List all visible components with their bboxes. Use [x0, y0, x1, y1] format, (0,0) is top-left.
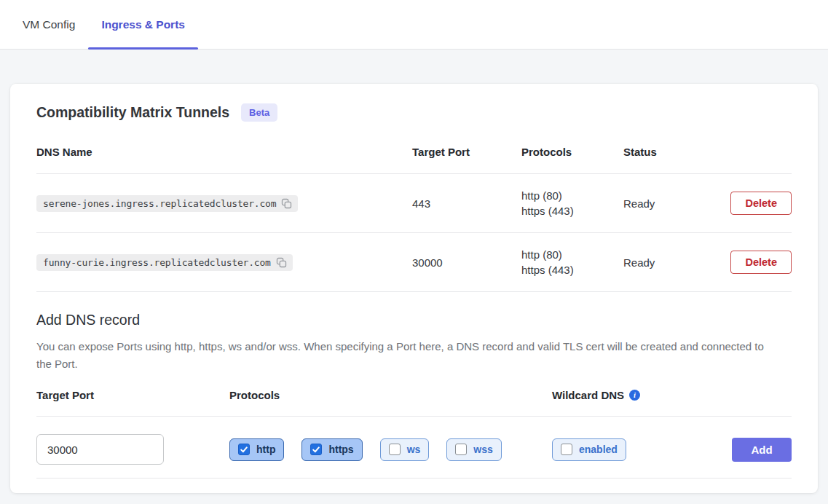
tunnel-table-body: serene-jones.ingress.replicatedcluster.c…	[36, 174, 792, 292]
target-port-input[interactable]	[36, 434, 164, 465]
checkbox-label: wss	[473, 444, 492, 455]
status-value: Ready	[623, 197, 725, 210]
checkbox-icon	[389, 444, 401, 455]
protocols-value: http (80)https (443)	[521, 188, 623, 218]
checkbox-label: https	[328, 444, 353, 455]
checkbox-icon	[310, 444, 322, 455]
table-row: serene-jones.ingress.replicatedcluster.c…	[36, 174, 792, 233]
protocol-checkbox-wss[interactable]: wss	[446, 438, 501, 461]
tab-vm-config[interactable]: VM Config	[9, 0, 88, 49]
status-value: Ready	[623, 256, 725, 269]
checkbox-label: enabled	[579, 444, 618, 455]
card-title: Compatibility Matrix Tunnels	[36, 104, 229, 121]
target-port-value: 443	[412, 197, 521, 210]
protocol-checkbox-ws[interactable]: ws	[380, 438, 430, 461]
info-icon[interactable]: i	[629, 390, 640, 401]
protocol-checkbox-http[interactable]: http	[229, 438, 284, 461]
protocols-value: http (80)https (443)	[521, 247, 623, 277]
add-header-wildcard-dns: Wildcard DNS	[552, 389, 624, 401]
dns-name: serene-jones.ingress.replicatedcluster.c…	[43, 198, 276, 209]
checkbox-label: http	[256, 444, 275, 455]
add-dns-title: Add DNS record	[36, 312, 792, 328]
dns-name-pill: funny-curie.ingress.replicatedcluster.co…	[36, 254, 293, 271]
copy-icon[interactable]	[276, 257, 287, 268]
main-content: Compatibility Matrix Tunnels Beta DNS Na…	[0, 50, 828, 504]
header-target-port: Target Port	[412, 146, 521, 158]
target-port-value: 30000	[412, 256, 521, 269]
add-form-row: http https ws wss	[36, 417, 792, 479]
delete-button[interactable]: Delete	[730, 251, 792, 274]
table-header: DNS Name Target Port Protocols Status	[36, 136, 792, 174]
tab-bar: VM Config Ingress & Ports	[0, 0, 828, 50]
protocol-options: http https ws wss	[229, 438, 552, 461]
add-form-header: Target Port Protocols Wildcard DNS i	[36, 377, 792, 417]
checkbox-icon	[455, 444, 467, 455]
copy-icon[interactable]	[281, 198, 292, 209]
delete-button[interactable]: Delete	[730, 192, 792, 215]
checkbox-label: ws	[407, 444, 421, 455]
tab-ingress-ports[interactable]: Ingress & Ports	[88, 0, 198, 49]
add-button[interactable]: Add	[732, 438, 792, 462]
beta-badge: Beta	[241, 103, 277, 122]
protocol-checkbox-https[interactable]: https	[301, 438, 362, 461]
table-row: funny-curie.ingress.replicatedcluster.co…	[36, 233, 792, 292]
add-header-target-port: Target Port	[36, 389, 229, 401]
dns-name: funny-curie.ingress.replicatedcluster.co…	[43, 257, 271, 268]
wildcard-option: enabled	[552, 438, 725, 461]
header-dns-name: DNS Name	[36, 146, 412, 158]
header-status: Status	[623, 146, 725, 158]
add-header-protocols: Protocols	[229, 389, 552, 401]
header-protocols: Protocols	[521, 146, 623, 158]
wildcard-checkbox-enabled[interactable]: enabled	[552, 438, 626, 461]
dns-name-pill: serene-jones.ingress.replicatedcluster.c…	[36, 195, 298, 212]
checkbox-icon	[238, 444, 250, 455]
tunnels-card: Compatibility Matrix Tunnels Beta DNS Na…	[10, 84, 818, 493]
checkbox-icon	[561, 444, 572, 455]
add-dns-description: You can expose Ports using http, https, …	[36, 338, 776, 373]
